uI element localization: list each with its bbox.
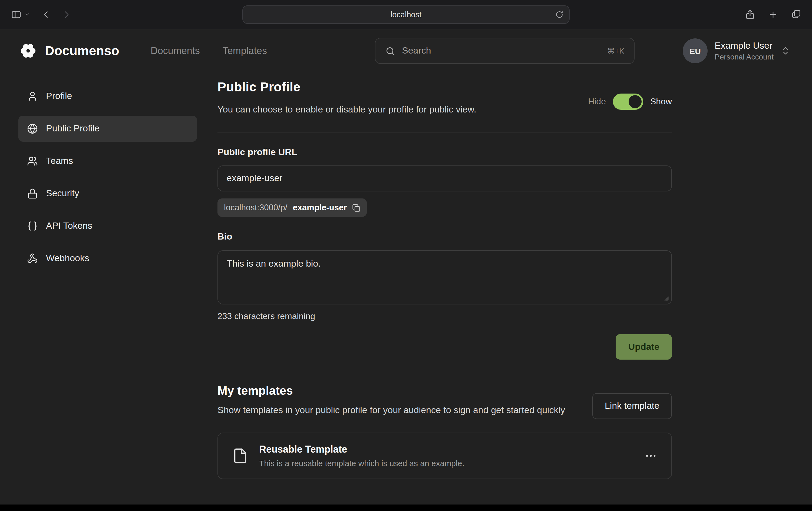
address-bar[interactable]: localhost <box>242 5 570 24</box>
brand-name: Documenso <box>45 43 119 58</box>
url-field-label: Public profile URL <box>218 147 672 158</box>
browser-chrome: localhost <box>0 0 812 29</box>
template-options-button[interactable] <box>644 449 657 462</box>
chevron-updown-icon <box>781 46 790 56</box>
characters-remaining: 233 characters remaining <box>218 311 672 321</box>
webhook-icon <box>27 253 38 264</box>
lock-icon <box>27 188 38 199</box>
browser-window: localhost <box>0 0 812 511</box>
chevron-down-icon[interactable] <box>24 11 30 17</box>
user-account-type: Personal Account <box>715 52 774 62</box>
back-button[interactable] <box>41 9 51 19</box>
avatar-initials: EU <box>690 46 701 55</box>
template-row: Reusable Template This is a reusable tem… <box>218 432 672 479</box>
user-menu[interactable]: EU Example User Personal Account <box>683 38 790 63</box>
template-description: This is a reusable template which is use… <box>259 458 464 469</box>
toggle-knob <box>629 95 642 108</box>
reload-icon[interactable] <box>555 10 564 19</box>
sidebar-toggle-icon[interactable] <box>11 9 22 20</box>
sidebar-item-public-profile[interactable]: Public Profile <box>19 116 197 142</box>
sidebar-item-label: Teams <box>46 156 73 167</box>
profile-visibility-control: Hide Show <box>588 94 672 110</box>
sidebar-item-webhooks[interactable]: Webhooks <box>19 245 197 271</box>
nav-documents[interactable]: Documents <box>151 45 200 57</box>
resize-handle[interactable] <box>664 296 670 302</box>
search-icon <box>385 46 396 56</box>
nav-templates[interactable]: Templates <box>223 45 267 57</box>
bio-textarea[interactable]: This is an example bio. <box>218 250 672 304</box>
update-button[interactable]: Update <box>616 334 672 360</box>
app-header: Documenso Documents Templates ⌘+K EU Exa… <box>0 29 812 72</box>
sidebar-item-api-tokens[interactable]: API Tokens <box>19 213 197 239</box>
new-tab-icon[interactable] <box>768 9 778 19</box>
link-template-button[interactable]: Link template <box>592 393 672 419</box>
forward-button[interactable] <box>62 9 71 19</box>
globe-icon <box>27 123 38 134</box>
sidebar-item-label: Security <box>46 188 79 199</box>
public-profile-url-input[interactable] <box>218 166 672 191</box>
brand-logo[interactable]: Documenso <box>19 41 119 61</box>
page-title: Public Profile <box>218 79 672 95</box>
user-icon <box>27 91 38 102</box>
sidebar-item-label: API Tokens <box>46 221 92 232</box>
user-name: Example User <box>715 40 774 52</box>
sidebar-item-label: Profile <box>46 91 72 102</box>
search-input[interactable] <box>402 46 601 56</box>
sidebar-item-profile[interactable]: Profile <box>19 83 197 109</box>
avatar: EU <box>683 38 707 63</box>
bio-field-label: Bio <box>218 231 672 243</box>
braces-icon <box>27 221 38 232</box>
window-bottom-strip <box>0 505 812 511</box>
sidebar-item-label: Webhooks <box>46 253 89 264</box>
my-templates-section: My templates Show templates in your publ… <box>218 383 672 417</box>
search-bar[interactable]: ⌘+K <box>375 38 635 64</box>
profile-visibility-toggle[interactable] <box>613 94 643 110</box>
profile-url-prefix: localhost:3000/p/ <box>224 203 287 212</box>
documenso-logo-icon <box>19 41 38 61</box>
search-shortcut: ⌘+K <box>607 47 624 55</box>
profile-url-slug: example-user <box>293 203 347 212</box>
templates-description: Show templates in your public profile fo… <box>218 403 591 417</box>
users-icon <box>27 156 38 167</box>
tab-overview-icon[interactable] <box>791 9 801 20</box>
profile-url-copy-chip[interactable]: localhost:3000/p/example-user <box>218 199 367 217</box>
sidebar-item-label: Public Profile <box>46 123 99 134</box>
copy-icon[interactable] <box>352 204 360 212</box>
section-divider <box>218 132 672 132</box>
sidebar-item-teams[interactable]: Teams <box>19 148 197 174</box>
template-name: Reusable Template <box>259 443 464 456</box>
show-label: Show <box>650 97 672 107</box>
main-content: Public Profile You can choose to enable … <box>218 72 672 479</box>
main-nav: Documents Templates <box>151 45 267 57</box>
hide-label: Hide <box>588 97 606 107</box>
file-icon <box>232 448 248 464</box>
settings-sidebar: Profile Public Profile Teams Security AP… <box>19 83 197 271</box>
share-icon[interactable] <box>745 9 755 20</box>
address-bar-url: localhost <box>390 10 422 19</box>
sidebar-item-security[interactable]: Security <box>19 181 197 207</box>
